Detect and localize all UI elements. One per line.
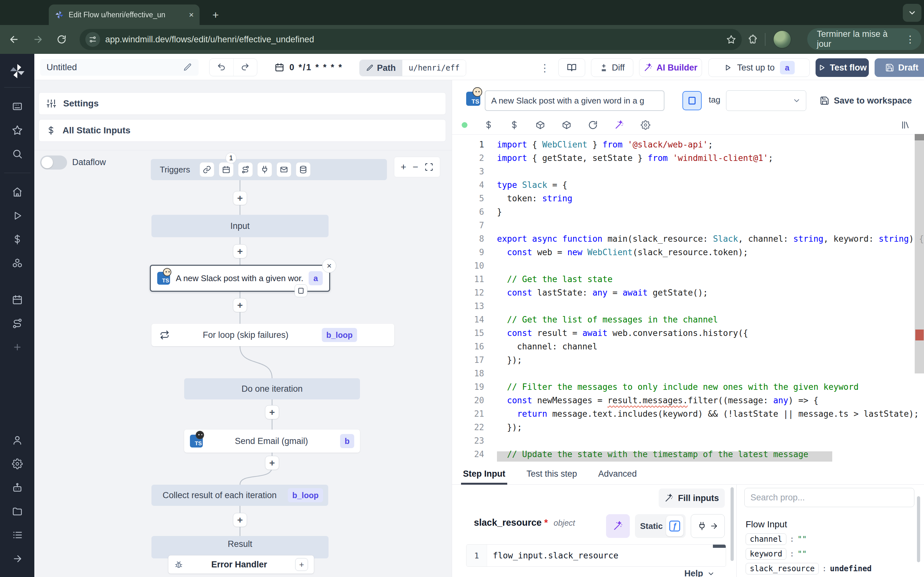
- code-line[interactable]: 8export async function main(slack_resour…: [452, 232, 924, 245]
- flow-node-send-email[interactable]: TS Send Email (gmail) b: [184, 430, 360, 453]
- variables-dollar-icon[interactable]: [484, 121, 493, 129]
- code-line[interactable]: 1import { WebClient } from '@slack/web-a…: [452, 138, 924, 151]
- tab-step-input[interactable]: Step Input: [463, 463, 505, 485]
- add-step-button[interactable]: +: [233, 191, 247, 205]
- code-line[interactable]: 14 // Get the list of messages in the ch…: [452, 313, 924, 326]
- fill-inputs-button[interactable]: Fill inputs: [659, 488, 725, 508]
- sidebar-item-resources[interactable]: [6, 251, 29, 275]
- schedule-trigger-button[interactable]: [219, 162, 234, 177]
- bookmark-star-icon[interactable]: [726, 35, 736, 44]
- save-to-workspace-button[interactable]: Save to workspace: [820, 93, 912, 108]
- extensions-icon[interactable]: [748, 35, 757, 44]
- webhook-trigger-button[interactable]: [200, 162, 214, 177]
- diff-button[interactable]: Diff: [591, 58, 633, 77]
- code-line[interactable]: 22 });: [452, 421, 924, 434]
- flow-node-forloop[interactable]: For loop (skip failures) b_loop: [152, 324, 394, 346]
- tab-search-button[interactable]: [903, 4, 921, 22]
- code-editor[interactable]: 1import { WebClient } from '@slack/web-a…: [452, 135, 924, 463]
- sidebar-item-apps[interactable]: [6, 95, 29, 118]
- code-line[interactable]: 11 // Get the last state: [452, 272, 924, 286]
- code-line[interactable]: 13: [452, 300, 924, 313]
- tab-advanced[interactable]: Advanced: [598, 463, 637, 485]
- step-summary-input[interactable]: A new Slack post with a given word in a …: [485, 90, 664, 111]
- sidebar-item-logs[interactable]: [6, 523, 29, 547]
- browser-update-button[interactable]: Terminer la mise à jour ⋮: [807, 28, 921, 50]
- add-step-button[interactable]: +: [233, 298, 247, 312]
- sidebar-item-settings[interactable]: [6, 452, 29, 476]
- tab-test-this-step[interactable]: Test this step: [527, 463, 577, 485]
- windmill-logo[interactable]: [8, 62, 26, 80]
- flow-input-row[interactable]: channel:"": [746, 533, 872, 545]
- sidebar-item-schedules[interactable]: [6, 288, 29, 311]
- flow-node-do-one-iteration[interactable]: Do one iteration: [184, 378, 360, 400]
- code-line[interactable]: 20 const newMessages = result.messages.f…: [452, 394, 924, 407]
- all-static-inputs-button[interactable]: All Static Inputs: [39, 119, 446, 142]
- add-error-handler-button[interactable]: +: [295, 558, 308, 571]
- add-step-button[interactable]: +: [265, 456, 279, 470]
- code-line[interactable]: 4type Slack = {: [452, 178, 924, 192]
- triggers-node[interactable]: Triggers 1: [151, 159, 387, 180]
- sidebar-item-account[interactable]: [6, 428, 29, 452]
- edit-pencil-icon[interactable]: [183, 63, 192, 72]
- ai-fill-button[interactable]: [606, 514, 630, 538]
- draft-button[interactable]: Draft: [875, 58, 924, 77]
- panel-scrollbar[interactable]: [730, 487, 734, 561]
- code-line[interactable]: 17 });: [452, 353, 924, 367]
- flow-node-input[interactable]: Input: [152, 215, 328, 237]
- sidebar-item-folders[interactable]: [6, 500, 29, 523]
- sidebar-item-add[interactable]: [6, 335, 29, 359]
- code-line[interactable]: 2import { getState, setState } from 'win…: [452, 151, 924, 165]
- delete-step-button[interactable]: ×: [322, 259, 336, 273]
- database-trigger-button[interactable]: [296, 162, 310, 177]
- code-line[interactable]: 7: [452, 219, 924, 232]
- flow-input-row[interactable]: keyword:"": [746, 548, 872, 560]
- static-expr-toggle[interactable]: Static ƒ: [635, 514, 686, 538]
- code-line[interactable]: 19 // Filter the messages to only includ…: [452, 380, 924, 394]
- stop-after-step-button[interactable]: [294, 284, 307, 297]
- add-step-button[interactable]: +: [233, 513, 247, 527]
- ai-builder-button[interactable]: AI Builder: [639, 58, 702, 77]
- dataflow-toggle[interactable]: [40, 155, 67, 169]
- test-up-to-button[interactable]: Test up to a: [708, 58, 810, 77]
- http-route-trigger-button[interactable]: [238, 162, 253, 177]
- error-handler-node[interactable]: Error Handler +: [168, 555, 314, 574]
- redo-button[interactable]: [234, 59, 257, 76]
- browser-tab[interactable]: Edit Flow u/henri/effective_un ×: [49, 5, 200, 25]
- site-settings-icon[interactable]: [86, 32, 100, 47]
- editor-horizontal-scrollbar[interactable]: [497, 451, 832, 462]
- resources-dollar-icon[interactable]: [510, 121, 519, 129]
- gear-icon[interactable]: [641, 120, 650, 130]
- test-flow-button[interactable]: Test flow: [816, 58, 869, 77]
- sidebar-item-routes[interactable]: [6, 311, 29, 335]
- code-line[interactable]: 16 channel: channel: [452, 340, 924, 353]
- code-line[interactable]: 10: [452, 259, 924, 272]
- schedule-summary[interactable]: 0 */1 * * * *: [275, 58, 343, 76]
- path-label-segment[interactable]: Path: [360, 60, 402, 76]
- fit-view-icon[interactable]: [425, 163, 433, 171]
- zoom-out-button[interactable]: −: [413, 161, 418, 172]
- email-trigger-button[interactable]: [276, 162, 291, 177]
- websocket-trigger-button[interactable]: [257, 162, 272, 177]
- connect-input-button[interactable]: [691, 514, 725, 538]
- sidebar-expand-button[interactable]: [6, 547, 29, 571]
- help-link[interactable]: Help: [684, 569, 715, 577]
- expr-mode-cell[interactable]: ƒ: [666, 516, 683, 536]
- code-line[interactable]: 3: [452, 165, 924, 178]
- code-line[interactable]: 6}: [452, 205, 924, 219]
- expression-input[interactable]: 1 flow_input.slack_resource: [466, 544, 726, 567]
- code-line[interactable]: 15 const result = await web.conversation…: [452, 326, 924, 340]
- flow-node-collect-result[interactable]: Collect result of each iteration b_loop: [152, 485, 328, 506]
- zoom-in-button[interactable]: +: [401, 161, 407, 172]
- path-chip[interactable]: Path u/henri/eff: [359, 60, 466, 76]
- sidebar-item-home[interactable]: [6, 180, 29, 204]
- refresh-icon[interactable]: [588, 120, 598, 130]
- tab-close-icon[interactable]: ×: [189, 11, 194, 19]
- sidebar-item-search[interactable]: [6, 142, 29, 166]
- reload-button[interactable]: [55, 32, 69, 47]
- sidebar-item-variables[interactable]: [6, 227, 29, 251]
- docs-button[interactable]: [558, 58, 585, 77]
- back-button[interactable]: [7, 32, 21, 47]
- code-line[interactable]: 12 const lastState: any = await getState…: [452, 286, 924, 300]
- browser-menu-icon[interactable]: ⋮: [905, 34, 915, 45]
- sidebar-item-ai[interactable]: [6, 476, 29, 500]
